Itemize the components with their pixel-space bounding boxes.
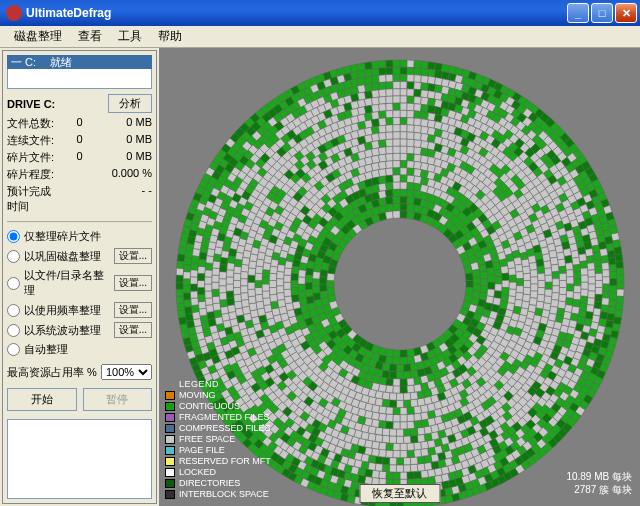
menu-defrag[interactable]: 磁盘整理 bbox=[6, 25, 70, 48]
legend-label: CONTIGUOUS bbox=[179, 401, 240, 412]
drive-label: DRIVE C: bbox=[7, 98, 55, 110]
legend-swatch bbox=[165, 435, 175, 444]
sidebar: 一 C: 就绪 DRIVE C: 分析 文件总数:00 MB 连续文件:00 M… bbox=[2, 50, 157, 504]
legend-row: DIRECTORIES bbox=[165, 478, 271, 489]
legend-title: LEGEND bbox=[179, 379, 271, 389]
stat-k: 文件总数: bbox=[7, 116, 55, 131]
set-button-0[interactable]: 设置... bbox=[114, 248, 152, 264]
radio-label: 以使用频率整理 bbox=[24, 303, 110, 318]
pause-button[interactable]: 暂停 bbox=[83, 388, 153, 411]
analyze-button[interactable]: 分析 bbox=[108, 94, 152, 113]
legend-label: DIRECTORIES bbox=[179, 478, 240, 489]
drive-listbox[interactable]: 一 C: 就绪 bbox=[7, 55, 152, 89]
legend-label: PAGE FILE bbox=[179, 445, 225, 456]
radio-by-frequency[interactable] bbox=[7, 304, 20, 317]
separator bbox=[7, 221, 152, 222]
disk-info-line1: 10.89 MB 每块 bbox=[566, 470, 632, 483]
legend-swatch bbox=[165, 468, 175, 477]
stat-v2: 0 MB bbox=[104, 116, 152, 131]
drive-header-letter: 一 C: bbox=[11, 55, 36, 70]
legend-label: MOVING bbox=[179, 390, 216, 401]
legend-row: CONTIGUOUS bbox=[165, 401, 271, 412]
app-title: UltimateDefrag bbox=[26, 6, 111, 20]
pct-select[interactable]: 100% bbox=[101, 364, 152, 380]
close-button[interactable]: ✕ bbox=[615, 3, 637, 23]
restore-default-button[interactable]: 恢复至默认 bbox=[359, 484, 440, 503]
radio-by-name[interactable] bbox=[7, 277, 20, 290]
stats-table: 文件总数:00 MB 连续文件:00 MB 碎片文件:00 MB 碎片程度:0.… bbox=[7, 115, 152, 215]
legend-row: RESERVED FOR MFT bbox=[165, 456, 271, 467]
radio-consolidate[interactable] bbox=[7, 250, 20, 263]
radio-only-fragmented[interactable] bbox=[7, 230, 20, 243]
legend-label: LOCKED bbox=[179, 467, 216, 478]
stat-v2: 0 MB bbox=[104, 150, 152, 165]
legend-swatch bbox=[165, 391, 175, 400]
stat-v1: 0 bbox=[65, 133, 95, 148]
radio-only-fragmented-label: 仅整理碎片文件 bbox=[24, 229, 152, 244]
legend-label: INTERBLOCK SPACE bbox=[179, 489, 269, 500]
stat-v1 bbox=[65, 184, 95, 214]
log-box bbox=[7, 419, 152, 499]
legend-swatch bbox=[165, 413, 175, 422]
disk-map-panel: LEGEND MOVINGCONTIGUOUSFRAGMENTED FILESC… bbox=[159, 48, 640, 506]
legend-label: RESERVED FOR MFT bbox=[179, 456, 271, 467]
menubar: 磁盘整理 查看 工具 帮助 bbox=[0, 26, 640, 48]
legend-label: COMPRESSED FILES bbox=[179, 423, 271, 434]
legend: LEGEND MOVINGCONTIGUOUSFRAGMENTED FILESC… bbox=[165, 379, 271, 500]
stat-k: 碎片文件: bbox=[7, 150, 55, 165]
stat-v2: 0 MB bbox=[104, 133, 152, 148]
legend-label: FRAGMENTED FILES bbox=[179, 412, 270, 423]
radio-label: 自动整理 bbox=[24, 342, 152, 357]
stat-v1 bbox=[65, 167, 95, 182]
titlebar: UltimateDefrag _ □ ✕ bbox=[0, 0, 640, 26]
legend-row: PAGE FILE bbox=[165, 445, 271, 456]
legend-row: MOVING bbox=[165, 390, 271, 401]
minimize-button[interactable]: _ bbox=[567, 3, 589, 23]
legend-swatch bbox=[165, 446, 175, 455]
legend-row: COMPRESSED FILES bbox=[165, 423, 271, 434]
legend-swatch bbox=[165, 457, 175, 466]
stat-v2: - - bbox=[104, 184, 152, 214]
menu-view[interactable]: 查看 bbox=[70, 25, 110, 48]
legend-swatch bbox=[165, 490, 175, 499]
legend-row: FRAGMENTED FILES bbox=[165, 412, 271, 423]
radio-label: 以文件/目录名整理 bbox=[24, 268, 110, 298]
drive-header-status: 就绪 bbox=[50, 55, 72, 70]
legend-row: FREE SPACE bbox=[165, 434, 271, 445]
set-button-1[interactable]: 设置... bbox=[114, 275, 152, 291]
radio-label: 以巩固磁盘整理 bbox=[24, 249, 110, 264]
menu-tools[interactable]: 工具 bbox=[110, 25, 150, 48]
menu-help[interactable]: 帮助 bbox=[150, 25, 190, 48]
radio-volatility[interactable] bbox=[7, 324, 20, 337]
stat-v1: 0 bbox=[65, 150, 95, 165]
pct-label: 最高资源占用率 % bbox=[7, 365, 97, 380]
radio-label: 以系统波动整理 bbox=[24, 323, 110, 338]
legend-swatch bbox=[165, 424, 175, 433]
legend-label: FREE SPACE bbox=[179, 434, 235, 445]
set-button-3[interactable]: 设置... bbox=[114, 322, 152, 338]
maximize-button[interactable]: □ bbox=[591, 3, 613, 23]
stat-k: 碎片程度: bbox=[7, 167, 55, 182]
app-icon bbox=[6, 5, 22, 21]
set-button-2[interactable]: 设置... bbox=[114, 302, 152, 318]
window-controls: _ □ ✕ bbox=[567, 3, 637, 23]
legend-row: INTERBLOCK SPACE bbox=[165, 489, 271, 500]
radio-auto[interactable] bbox=[7, 343, 20, 356]
stat-k: 连续文件: bbox=[7, 133, 55, 148]
disk-info-line2: 2787 簇 每块 bbox=[566, 483, 632, 496]
stat-v1: 0 bbox=[65, 116, 95, 131]
disk-info: 10.89 MB 每块 2787 簇 每块 bbox=[566, 470, 632, 496]
legend-swatch bbox=[165, 479, 175, 488]
stat-k: 预计完成时间 bbox=[7, 184, 55, 214]
start-button[interactable]: 开始 bbox=[7, 388, 77, 411]
legend-swatch bbox=[165, 402, 175, 411]
stat-v2: 0.000 % bbox=[104, 167, 152, 182]
legend-row: LOCKED bbox=[165, 467, 271, 478]
